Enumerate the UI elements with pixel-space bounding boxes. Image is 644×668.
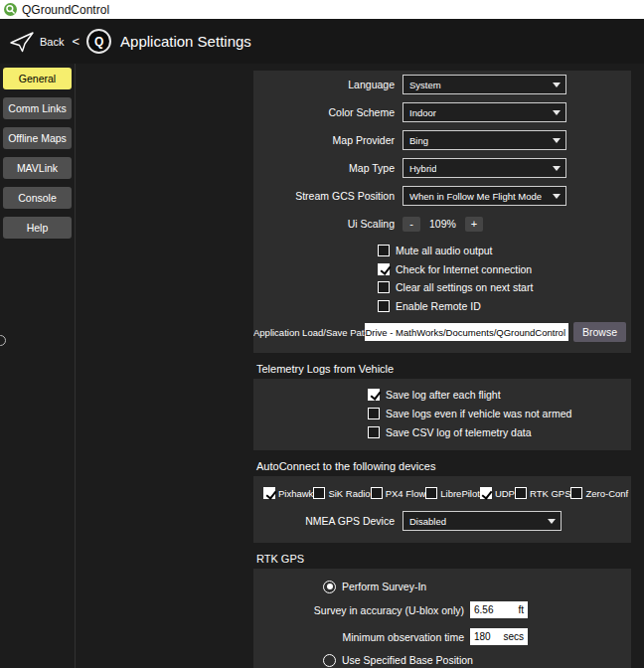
nmea-dropdown[interactable]: Disabled <box>402 511 562 531</box>
telemetry-section-title: Telemetry Logs from Vehicle <box>256 363 631 375</box>
device-label: Zero-Conf <box>585 488 628 499</box>
survey-in-radio-row[interactable]: Perform Survey-In <box>323 577 631 596</box>
device-label: UDP <box>495 488 515 499</box>
device-checkbox-item[interactable]: SiK Radio <box>313 487 370 499</box>
checkbox-row[interactable]: Save log after each flight <box>368 385 631 404</box>
setting-dropdown[interactable]: Indoor <box>402 102 566 122</box>
setting-label: Map Type <box>253 162 402 174</box>
setting-dropdown[interactable]: System <box>402 75 566 94</box>
ui-scale-decrease-button[interactable]: - <box>402 217 420 232</box>
browse-button[interactable]: Browse <box>573 322 626 342</box>
checkbox-row[interactable]: Enable Remote ID <box>378 297 631 316</box>
chevron-down-icon <box>553 138 561 143</box>
sidebar-item-label: Help <box>27 222 49 234</box>
checkbox[interactable] <box>368 389 380 401</box>
checkbox[interactable] <box>425 487 437 499</box>
checkbox[interactable] <box>371 487 383 499</box>
device-label: Pixhawk <box>278 488 313 499</box>
setting-row: Color Scheme Indoor <box>253 98 631 126</box>
checkbox-label: Save CSV log of telemetry data <box>386 426 532 438</box>
radio-button[interactable] <box>323 581 336 593</box>
nmea-row: NMEA GPS Device Disabled <box>263 509 621 533</box>
qgc-logo-icon <box>4 3 17 16</box>
sidebar-item-label: Console <box>18 192 57 204</box>
checkbox[interactable] <box>378 300 390 312</box>
observation-time-label: Minimum observation time <box>253 631 470 643</box>
save-path-value: OneDrive - MathWorks/Documents/QGroundCo… <box>365 327 565 338</box>
observation-time-input[interactable]: 180 secs <box>470 628 528 645</box>
checkbox[interactable] <box>378 245 390 256</box>
checkbox-row[interactable]: Save CSV log of telemetry data <box>368 422 631 441</box>
checkbox-label: Save logs even if vehicle was not armed <box>386 408 571 419</box>
save-path-row: Application Load/Save Path OneDrive - Ma… <box>253 321 631 343</box>
general-checkboxes: Mute all audio output Check for Internet… <box>253 242 631 315</box>
checkbox-label: Check for Internet connection <box>396 263 532 275</box>
ui-scale-increase-button[interactable]: + <box>465 217 483 232</box>
sidebar-item[interactable]: Help <box>3 217 72 239</box>
checkbox[interactable] <box>570 487 582 499</box>
device-checkbox-item[interactable]: UDP <box>480 487 515 499</box>
checkbox-label: Enable Remote ID <box>396 300 481 312</box>
setting-dropdown[interactable]: Bing <box>402 130 566 150</box>
checkbox-label: Save log after each flight <box>386 389 501 401</box>
device-checkbox-item[interactable]: PX4 Flow <box>371 487 426 499</box>
setting-dropdown[interactable]: When in Follow Me Flight Mode <box>402 186 566 206</box>
device-checkbox-item[interactable]: RTK GPS <box>515 487 571 499</box>
checkbox[interactable] <box>263 487 275 499</box>
radio-label: Perform Survey-In <box>342 581 426 592</box>
device-label: SiK Radio <box>328 488 370 499</box>
settings-header: Back < Q Application Settings <box>0 19 644 64</box>
sidebar-item[interactable]: General <box>3 68 72 89</box>
checkbox[interactable] <box>313 487 325 499</box>
sidebar-item[interactable]: MAVLink <box>3 157 72 179</box>
back-chevron: < <box>72 34 80 49</box>
general-panel: Language System Color Scheme Indoor <box>253 71 631 353</box>
checkbox-row[interactable]: Check for Internet connection <box>378 260 631 279</box>
dropdown-value: Bing <box>409 135 428 146</box>
survey-accuracy-input[interactable]: 6.56 ft <box>470 601 528 618</box>
page-title: Application Settings <box>120 33 251 50</box>
checkbox[interactable] <box>378 263 390 275</box>
checkbox-row[interactable]: Save logs even if vehicle was not armed <box>368 404 631 422</box>
back-plane-icon <box>9 31 35 53</box>
checkbox[interactable] <box>378 281 390 293</box>
setting-row: Map Type Hybrid <box>253 154 631 182</box>
ui-scale-value: 109% <box>429 218 456 230</box>
checkbox-row[interactable]: Mute all audio output <box>378 242 631 260</box>
device-label: LibrePilot <box>440 488 480 499</box>
sidebar-item[interactable]: Console <box>3 187 72 209</box>
dropdown-rows: Language System Color Scheme Indoor <box>253 71 631 210</box>
device-checkbox-item[interactable]: Pixhawk <box>263 487 313 499</box>
setting-row: Stream GCS Position When in Follow Me Fl… <box>253 182 631 210</box>
setting-label: Color Scheme <box>253 106 402 118</box>
checkbox[interactable] <box>368 426 380 438</box>
base-position-radio-row[interactable]: Use Specified Base Position <box>323 650 631 668</box>
checkbox[interactable] <box>368 408 380 419</box>
survey-accuracy-units: ft <box>518 604 524 615</box>
radio-label: Use Specified Base Position <box>342 654 473 666</box>
chevron-down-icon <box>548 519 556 524</box>
sidebar-item[interactable]: Comm Links <box>3 97 72 119</box>
setting-dropdown[interactable]: Hybrid <box>402 158 566 178</box>
device-checkbox-item[interactable]: LibrePilot <box>425 487 480 499</box>
checkbox-row[interactable]: Clear all settings on next start <box>378 278 631 297</box>
save-path-input[interactable]: OneDrive - MathWorks/Documents/QGroundCo… <box>365 323 568 341</box>
chevron-down-icon <box>553 194 561 199</box>
settings-sidebar: General Comm Links Offline Maps MAVLink … <box>3 68 72 239</box>
autoconnect-panel: Pixhawk SiK Radio PX4 Flow LibrePilot <box>253 476 631 543</box>
settings-q-icon: Q <box>86 29 111 54</box>
checkbox[interactable] <box>515 487 527 499</box>
dropdown-value: When in Follow Me Flight Mode <box>409 191 542 202</box>
device-checkbox-item[interactable]: Zero-Conf <box>570 487 628 499</box>
telemetry-panel: Save log after each flight Save logs eve… <box>253 379 631 450</box>
ui-scaling-row: Ui Scaling - 109% + <box>253 210 631 238</box>
back-button[interactable]: Back < <box>9 31 82 53</box>
settings-content: Language System Color Scheme Indoor <box>253 71 631 668</box>
checkbox[interactable] <box>480 487 492 499</box>
rtk-panel: Perform Survey-In Survey in accuracy (U-… <box>253 569 631 668</box>
nmea-label: NMEA GPS Device <box>263 515 402 527</box>
sidebar-item-label: MAVLink <box>17 162 58 174</box>
radio-button[interactable] <box>323 654 336 667</box>
save-path-label: Application Load/Save Path <box>253 327 365 338</box>
sidebar-item[interactable]: Offline Maps <box>3 127 72 149</box>
